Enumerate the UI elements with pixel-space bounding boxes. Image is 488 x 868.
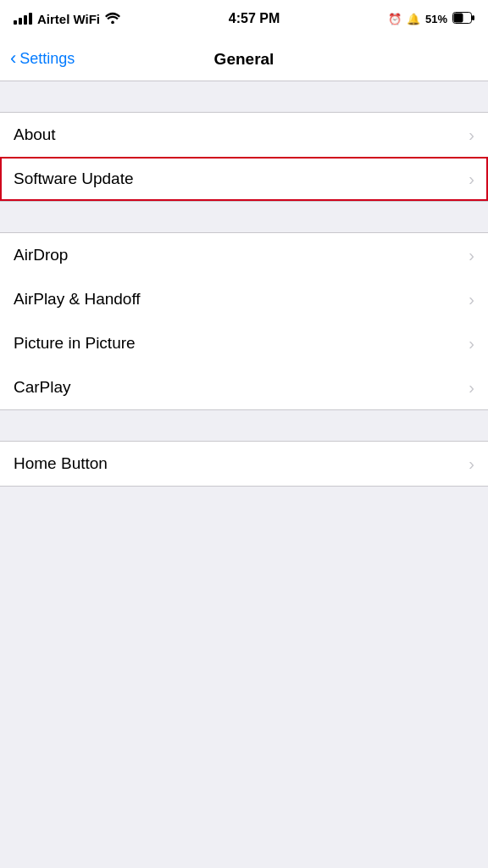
airplay-handoff-chevron-icon: › <box>469 290 474 309</box>
section-gap-3 <box>0 410 488 441</box>
battery-label: 51% <box>425 13 447 25</box>
svg-rect-3 <box>453 13 463 22</box>
nav-bar: ‹ Settings General <box>0 37 488 81</box>
settings-row-airplay-handoff[interactable]: AirPlay & Handoff › <box>0 277 488 321</box>
alarm2-icon: 🔔 <box>407 13 420 25</box>
settings-row-about[interactable]: About › <box>0 113 488 157</box>
status-time: 4:57 PM <box>229 11 280 26</box>
back-chevron-icon: ‹ <box>10 49 16 68</box>
battery-icon <box>452 12 474 26</box>
settings-group-3: Home Button › <box>0 441 488 487</box>
airplay-handoff-label: AirPlay & Handoff <box>14 290 141 309</box>
signal-icon <box>14 13 32 25</box>
carplay-label: CarPlay <box>14 378 71 397</box>
settings-row-carplay[interactable]: CarPlay › <box>0 365 488 409</box>
carrier-label: Airtel WiFi <box>37 12 100 26</box>
settings-row-picture-in-picture[interactable]: Picture in Picture › <box>0 321 488 365</box>
software-update-chevron-icon: › <box>469 170 474 189</box>
settings-group-2: AirDrop › AirPlay & Handoff › Picture in… <box>0 232 488 410</box>
wifi-icon <box>105 12 120 26</box>
settings-group-1: About › Software Update › <box>0 112 488 202</box>
settings-row-software-update[interactable]: Software Update › <box>0 157 488 201</box>
settings-row-home-button[interactable]: Home Button › <box>0 442 488 486</box>
settings-row-airdrop[interactable]: AirDrop › <box>0 233 488 277</box>
picture-in-picture-label: Picture in Picture <box>14 334 136 353</box>
carplay-chevron-icon: › <box>469 378 474 398</box>
section-gap-1 <box>0 81 488 112</box>
about-chevron-icon: › <box>469 125 474 145</box>
home-button-chevron-icon: › <box>469 454 474 474</box>
svg-rect-2 <box>472 15 474 20</box>
back-label: Settings <box>19 50 75 68</box>
status-bar: Airtel WiFi 4:57 PM ⏰ 🔔 51% <box>0 0 488 37</box>
airdrop-chevron-icon: › <box>469 246 474 265</box>
about-label: About <box>14 125 56 144</box>
picture-in-picture-chevron-icon: › <box>469 334 474 353</box>
back-button[interactable]: ‹ Settings <box>10 50 75 68</box>
software-update-label: Software Update <box>14 170 134 188</box>
section-gap-2 <box>0 202 488 232</box>
svg-point-0 <box>111 20 114 23</box>
airdrop-label: AirDrop <box>14 246 68 264</box>
status-right: ⏰ 🔔 51% <box>388 12 474 26</box>
status-left: Airtel WiFi <box>14 12 120 26</box>
home-button-label: Home Button <box>14 454 108 473</box>
page-title: General <box>214 50 274 69</box>
alarm-icon: ⏰ <box>388 13 402 25</box>
